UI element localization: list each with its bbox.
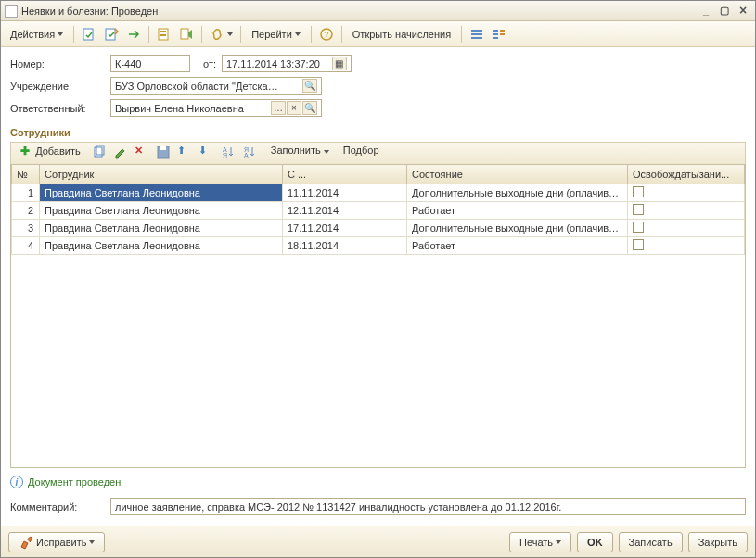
print-button[interactable]: Печать bbox=[509, 532, 571, 552]
cell-free[interactable] bbox=[628, 219, 745, 236]
help-button[interactable]: ? bbox=[316, 24, 337, 44]
svg-rect-0 bbox=[83, 29, 93, 40]
checkbox-icon[interactable] bbox=[633, 186, 644, 197]
fill-label: Заполнить bbox=[271, 145, 321, 156]
cell-from: 18.11.2014 bbox=[283, 236, 407, 254]
responsible-input[interactable]: Вырвич Елена Николаевна … × 🔍 bbox=[110, 99, 322, 117]
status-row: i Документ проведен bbox=[10, 476, 746, 488]
org-value: БУЗ Орловской области "Детская г ... bbox=[115, 81, 282, 92]
minimize-button[interactable]: _ bbox=[698, 4, 714, 19]
svg-rect-9 bbox=[471, 33, 482, 35]
close-footer-button[interactable]: Закрыть bbox=[688, 532, 748, 552]
calendar-icon[interactable]: ▦ bbox=[332, 57, 347, 70]
ok-button[interactable]: OK bbox=[577, 532, 613, 552]
cell-state: Работает bbox=[407, 236, 628, 254]
sort-desc-button[interactable]: ЯA bbox=[241, 145, 260, 163]
table-row[interactable]: 3Правдина Светлана Леонидовна17.11.2014Д… bbox=[12, 219, 745, 236]
org-label: Учреждение: bbox=[10, 81, 110, 92]
grid-toolbar: ✚ Добавить ✕ ⬆ ⬇ AЯ ЯA Заполнить Подбор bbox=[10, 142, 746, 164]
cell-free[interactable] bbox=[628, 236, 745, 254]
org-input[interactable]: БУЗ Орловской области "Детская г ... 🔍 bbox=[110, 77, 322, 95]
sort-asc-button[interactable]: AЯ bbox=[220, 145, 238, 163]
navigate-button[interactable] bbox=[123, 24, 144, 44]
movements-button[interactable] bbox=[176, 24, 197, 44]
cell-free[interactable] bbox=[628, 184, 745, 201]
table-row[interactable]: 1Правдина Светлана Леонидовна11.11.2014Д… bbox=[12, 184, 745, 201]
fix-button[interactable]: Исправить bbox=[8, 532, 105, 552]
document-icon bbox=[5, 5, 18, 18]
save-label: Записать bbox=[629, 537, 673, 548]
linked-docs-button[interactable] bbox=[207, 24, 236, 44]
list-view-button[interactable] bbox=[467, 24, 487, 44]
arrow-up-icon: ⬆ bbox=[177, 145, 186, 156]
fix-label: Исправить bbox=[36, 537, 86, 548]
delete-row-button[interactable]: ✕ bbox=[135, 145, 153, 163]
window-title: Неявки и болезни: Проведен bbox=[21, 6, 696, 17]
cell-state: Работает bbox=[407, 201, 628, 219]
clear-icon[interactable]: × bbox=[287, 101, 301, 115]
responsible-value: Вырвич Елена Николаевна bbox=[115, 103, 254, 114]
col-num[interactable]: № bbox=[12, 165, 40, 184]
cell-num: 3 bbox=[12, 219, 40, 236]
lookup-icon[interactable]: 🔍 bbox=[302, 101, 317, 115]
structure-button[interactable] bbox=[154, 24, 174, 44]
svg-rect-10 bbox=[471, 37, 482, 39]
svg-rect-12 bbox=[500, 30, 505, 32]
table-row[interactable]: 4Правдина Светлана Леонидовна18.11.2014Р… bbox=[12, 236, 745, 254]
maximize-button[interactable]: ▢ bbox=[716, 4, 733, 19]
close-button[interactable]: × bbox=[735, 4, 751, 19]
svg-rect-5 bbox=[181, 29, 188, 39]
post-button[interactable] bbox=[79, 24, 99, 44]
select-icon[interactable]: … bbox=[271, 101, 286, 115]
responsible-label: Ответственный: bbox=[10, 103, 110, 114]
fix-icon bbox=[19, 535, 33, 550]
pick-label: Подбор bbox=[343, 145, 379, 156]
repost-button[interactable] bbox=[101, 24, 122, 44]
col-free[interactable]: Освобождать/зани... bbox=[628, 165, 745, 184]
move-up-button[interactable]: ⬆ bbox=[177, 145, 196, 163]
copy-row-button[interactable] bbox=[92, 145, 110, 163]
cell-employee: Правдина Светлана Леонидовна bbox=[40, 201, 283, 219]
settings-view-button[interactable] bbox=[489, 24, 509, 44]
svg-text:?: ? bbox=[324, 30, 328, 39]
svg-rect-4 bbox=[160, 34, 166, 36]
lookup-icon[interactable]: 🔍 bbox=[302, 79, 317, 93]
checkbox-icon[interactable] bbox=[633, 222, 644, 233]
save-button[interactable]: Записать bbox=[619, 532, 683, 552]
add-row-button[interactable]: ✚ Добавить bbox=[15, 145, 86, 163]
employees-grid[interactable]: № Сотрудник С ... Состояние Освобождать/… bbox=[10, 164, 746, 468]
goto-label: Перейти bbox=[251, 29, 292, 40]
svg-rect-1 bbox=[106, 29, 115, 40]
date-input[interactable]: 17.11.2014 13:37:20 ▦ bbox=[222, 55, 352, 72]
save-row-button[interactable] bbox=[156, 145, 174, 163]
cell-employee: Правдина Светлана Леонидовна bbox=[40, 236, 283, 254]
cell-free[interactable] bbox=[628, 201, 745, 219]
table-row[interactable]: 2Правдина Светлана Леонидовна12.11.2014Р… bbox=[12, 201, 745, 219]
comment-input[interactable]: личное заявление, справка МСЭ- 2012 № 11… bbox=[110, 498, 746, 515]
actions-menu[interactable]: Действия bbox=[5, 24, 69, 44]
pick-button[interactable]: Подбор bbox=[338, 145, 385, 163]
status-text: Документ проведен bbox=[28, 476, 121, 488]
edit-row-button[interactable] bbox=[113, 145, 132, 163]
grid-header-row: № Сотрудник С ... Состояние Освобождать/… bbox=[12, 165, 745, 184]
cell-employee: Правдина Светлана Леонидовна bbox=[40, 219, 283, 236]
close-label: Закрыть bbox=[698, 537, 737, 548]
checkbox-icon[interactable] bbox=[633, 239, 644, 250]
title-bar: Неявки и болезни: Проведен _ ▢ × bbox=[1, 1, 755, 21]
cell-num: 1 bbox=[12, 184, 40, 201]
goto-menu[interactable]: Перейти bbox=[246, 24, 306, 44]
col-state[interactable]: Состояние bbox=[407, 165, 628, 184]
cell-state: Дополнительные выходные дни (оплачивае..… bbox=[407, 219, 628, 236]
svg-text:Я: Я bbox=[223, 152, 227, 159]
checkbox-icon[interactable] bbox=[633, 204, 644, 215]
open-calculations-label: Открыть начисления bbox=[352, 29, 451, 40]
svg-rect-15 bbox=[493, 37, 498, 39]
col-employee[interactable]: Сотрудник bbox=[40, 165, 283, 184]
cell-from: 11.11.2014 bbox=[283, 184, 407, 201]
fill-menu[interactable]: Заполнить bbox=[265, 145, 335, 163]
move-down-button[interactable]: ⬇ bbox=[199, 145, 217, 163]
cell-from: 17.11.2014 bbox=[283, 219, 407, 236]
open-calculations-button[interactable]: Открыть начисления bbox=[347, 24, 456, 44]
col-from[interactable]: С ... bbox=[283, 165, 407, 184]
number-input[interactable]: К-440 bbox=[110, 55, 190, 72]
